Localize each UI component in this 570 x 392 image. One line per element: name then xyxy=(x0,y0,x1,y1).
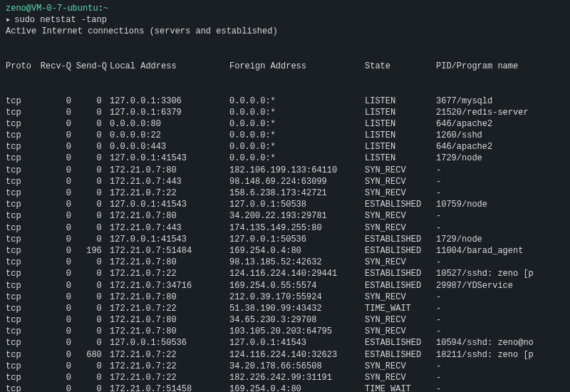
cell-state: ESTABLISHED xyxy=(365,234,436,245)
cell-state: ESTABLISHED xyxy=(365,280,436,292)
cell-pid: 646/apache2 xyxy=(436,141,492,153)
cell-foreign: 0.0.0.0:* xyxy=(229,153,365,164)
cell-local: 172.21.0.7:51484 xyxy=(110,245,229,257)
cell-local: 172.21.0.7:80 xyxy=(110,210,229,222)
cell-state: SYN_RECV xyxy=(365,176,436,187)
table-row: tcp00 0.0.0.0:4430.0.0.0:*LISTEN646/apac… xyxy=(6,141,564,153)
cell-local: 127.0.0.1:50536 xyxy=(110,337,229,349)
cell-proto: tcp xyxy=(6,165,37,176)
cell-state: TIME_WAIT xyxy=(365,383,436,392)
cell-sendq: 0 xyxy=(74,165,110,176)
cell-foreign: 169.254.0.55:5574 xyxy=(229,280,365,292)
cell-sendq: 0 xyxy=(74,372,110,383)
table-row: tcp00 127.0.0.1:41543127.0.0.1:50536ESTA… xyxy=(6,234,564,245)
cell-recvq: 0 xyxy=(37,326,74,337)
cell-local: 172.21.0.7:22 xyxy=(110,303,229,314)
cell-proto: tcp xyxy=(6,199,37,210)
cell-proto: tcp xyxy=(6,303,37,314)
cell-recvq: 0 xyxy=(37,383,74,392)
cell-pid: 21520/redis-server xyxy=(436,107,529,118)
table-header-row: Proto Recv-Q Send-Q Local Address Foreig… xyxy=(6,61,564,72)
cell-foreign: 174.135.149.255:80 xyxy=(229,222,365,234)
cell-foreign: 98.148.69.224:63099 xyxy=(229,176,365,187)
cell-local: 172.21.0.7:22 xyxy=(110,268,229,279)
command-text[interactable]: sudo netstat -tanp xyxy=(14,15,107,25)
cell-state: SYN_RECV xyxy=(365,326,436,337)
cell-foreign: 34.65.230.3:29708 xyxy=(229,314,365,326)
cell-sendq: 0 xyxy=(74,337,110,349)
cell-local: 0.0.0.0:443 xyxy=(110,141,229,153)
cell-foreign: 127.0.0.1:50536 xyxy=(229,234,365,245)
cell-state: ESTABLISHED xyxy=(365,245,436,257)
cell-sendq: 0 xyxy=(74,292,110,303)
cell-sendq: 0 xyxy=(74,268,110,279)
cell-recvq: 0 xyxy=(37,280,74,292)
cell-sendq: 0 xyxy=(74,141,110,153)
cell-foreign: 34.200.22.193:29781 xyxy=(229,210,365,222)
cell-state: ESTABLISHED xyxy=(365,337,436,349)
table-row: tcp00 127.0.0.1:50536127.0.0.1:41543ESTA… xyxy=(6,337,564,349)
cell-local: 127.0.0.1:41543 xyxy=(110,153,229,164)
cell-local: 172.21.0.7:51458 xyxy=(110,383,229,392)
cell-foreign: 169.254.0.4:80 xyxy=(229,383,365,392)
cell-state: ESTABLISHED xyxy=(365,199,436,210)
cell-local: 127.0.0.1:41543 xyxy=(110,234,229,245)
cell-local: 0.0.0.0:22 xyxy=(110,130,229,141)
cell-proto: tcp xyxy=(6,130,37,141)
cell-pid: - xyxy=(436,257,441,268)
cell-local: 127.0.0.1:3306 xyxy=(110,96,229,107)
cell-recvq: 0 xyxy=(37,314,74,326)
cell-proto: tcp xyxy=(6,337,37,349)
cell-state: LISTEN xyxy=(365,130,436,141)
table-row: tcp00 172.21.0.7:80212.0.39.170:55924SYN… xyxy=(6,292,564,303)
cell-pid: 1729/node xyxy=(436,234,482,245)
command-line: ▸sudo netstat -tanp xyxy=(6,14,564,26)
cell-foreign: 0.0.0.0:* xyxy=(229,118,365,130)
cell-foreign: 124.116.224.140:29441 xyxy=(229,268,365,279)
cell-state: TIME_WAIT xyxy=(365,303,436,314)
table-row: tcp00 0.0.0.0:220.0.0.0:*LISTEN1260/sshd xyxy=(6,130,564,141)
cell-recvq: 0 xyxy=(37,153,74,164)
cell-recvq: 0 xyxy=(37,222,74,234)
cell-sendq: 0 xyxy=(74,314,110,326)
cell-local: 172.21.0.7:80 xyxy=(110,326,229,337)
cell-pid: - xyxy=(436,303,441,314)
cell-foreign: 158.6.238.173:42721 xyxy=(229,187,365,199)
cell-pid: - xyxy=(436,383,441,392)
output-title: Active Internet connections (servers and… xyxy=(6,26,564,37)
cell-pid: 18211/sshd: zeno [p xyxy=(436,349,534,361)
cell-proto: tcp xyxy=(6,118,37,130)
cell-sendq: 0 xyxy=(74,96,110,107)
cell-foreign: 212.0.39.170:55924 xyxy=(229,292,365,303)
cell-foreign: 127.0.0.1:50538 xyxy=(229,199,365,210)
table-row: tcp00 172.21.0.7:22124.116.224.140:29441… xyxy=(6,268,564,279)
cell-state: LISTEN xyxy=(365,96,436,107)
cell-pid: - xyxy=(436,314,441,326)
cell-pid: - xyxy=(436,176,441,187)
cell-proto: tcp xyxy=(6,210,37,222)
table-row: tcp00 172.21.0.7:8098.13.185.52:42632SYN… xyxy=(6,257,564,268)
cell-local: 172.21.0.7:80 xyxy=(110,165,229,176)
cell-proto: tcp xyxy=(6,280,37,292)
cell-proto: tcp xyxy=(6,372,37,383)
header-proto: Proto xyxy=(6,61,37,72)
cell-pid: 11004/barad_agent xyxy=(436,245,523,257)
cell-recvq: 0 xyxy=(37,234,74,245)
cell-local: 172.21.0.7:443 xyxy=(110,176,229,187)
prompt-sep: : xyxy=(98,4,103,14)
cell-state: LISTEN xyxy=(365,153,436,164)
cell-state: SYN_RECV xyxy=(365,222,436,234)
cell-pid: - xyxy=(436,361,441,372)
cell-recvq: 0 xyxy=(37,337,74,349)
table-row: tcp00 172.21.0.7:34716169.254.0.55:5574E… xyxy=(6,280,564,292)
table-row: tcp00 172.21.0.7:443174.135.149.255:80SY… xyxy=(6,222,564,234)
table-row: tcp00 172.21.0.7:8034.200.22.193:29781SY… xyxy=(6,210,564,222)
cell-pid: 646/apache2 xyxy=(436,118,492,130)
table-row: tcp00 172.21.0.7:51458169.254.0.4:80TIME… xyxy=(6,383,564,392)
cell-foreign: 127.0.0.1:41543 xyxy=(229,337,365,349)
prompt-userhost: zeno@VM-0-7-ubuntu xyxy=(6,4,98,14)
cell-local: 0.0.0.0:80 xyxy=(110,118,229,130)
cell-proto: tcp xyxy=(6,176,37,187)
prompt-path: ~ xyxy=(103,4,108,14)
cell-sendq: 680 xyxy=(74,349,110,361)
